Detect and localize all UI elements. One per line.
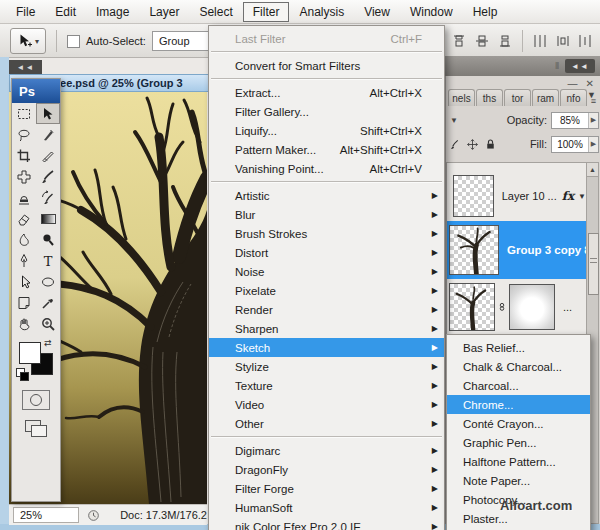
sketch-menu-item-charcoal[interactable]: Charcoal... [447,376,590,395]
eraser-tool[interactable] [12,208,36,229]
slice-tool[interactable] [36,145,60,166]
scroll-up-icon[interactable]: ▲ [587,163,598,177]
move-tool[interactable] [36,103,60,124]
panel-tab-ths[interactable]: ths [476,89,503,106]
pen-tool[interactable] [12,250,36,271]
filter-menu-item-other[interactable]: Other▶ [209,414,444,433]
panel-menu-icon[interactable]: ▼≡ [587,92,596,104]
swap-colors-icon[interactable]: ⇄ [44,338,52,348]
collapse-chevrons-icon[interactable]: ◄◄ [9,60,42,74]
layer-effects-caret-icon[interactable]: ▼ [578,192,586,201]
filter-menu-item-artistic[interactable]: Artistic▶ [209,186,444,205]
fill-slider-arrow-icon[interactable]: ▶ [588,137,598,152]
panel-tab-tor[interactable]: tor [504,89,531,106]
lasso-tool[interactable] [12,124,36,145]
filter-menu-item-extract[interactable]: Extract...Alt+Ctrl+X [209,83,444,102]
sketch-menu-item-cont-crayon[interactable]: Conté Crayon... [447,414,590,433]
layer-row-group3-copy8[interactable]: Group 3 copy 8 [447,221,586,279]
sketch-menu-item-note-paper[interactable]: Note Paper... [447,471,590,490]
distribute-left-edges-button[interactable] [530,31,550,51]
menubar-item-image[interactable]: Image [86,2,139,22]
menubar-item-layer[interactable]: Layer [139,2,189,22]
filter-menu-item-vanishing-point[interactable]: Vanishing Point...Alt+Ctrl+V [209,159,444,178]
filter-menu-item-filter-forge[interactable]: Filter Forge▶ [209,479,444,498]
shape-tool[interactable] [36,271,60,292]
screen-mode-button[interactable] [23,418,49,438]
layer-mask-thumbnail[interactable] [509,284,555,330]
filter-menu-item-dragonfly[interactable]: DragonFly▶ [209,460,444,479]
quick-mask-button[interactable] [22,390,50,410]
layer10-thumbnail[interactable] [453,175,494,217]
sketch-menu-item-chrome[interactable]: Chrome... [447,395,590,414]
panel-minimize-icon[interactable]: — [568,78,578,89]
panel-tab-nels[interactable]: nels [448,89,475,106]
history-brush-tool[interactable] [36,187,60,208]
type-tool[interactable]: T [36,250,60,271]
blend-mode-caret-icon[interactable]: ▼ [450,116,458,125]
menubar-item-view[interactable]: View [354,2,400,22]
lock-position-icon[interactable] [466,138,479,151]
filter-menu-item-noise[interactable]: Noise▶ [209,262,444,281]
masked-layer-thumbnail[interactable] [449,283,495,331]
foreground-color-swatch[interactable] [19,342,41,364]
sketch-menu-item-halftone-pattern[interactable]: Halftone Pattern... [447,452,590,471]
filter-menu-item-brush-strokes[interactable]: Brush Strokes▶ [209,224,444,243]
panel-tab-nfo[interactable]: nfo [560,89,587,106]
move-tool-preset-button[interactable]: ▾ [10,28,46,54]
layer-effects-fx-icon[interactable]: fx [562,189,574,203]
brush-tool[interactable] [36,166,60,187]
filter-menu-item-liquify[interactable]: Liquify...Shift+Ctrl+X [209,121,444,140]
filter-menu-item-texture[interactable]: Texture▶ [209,376,444,395]
auto-select-checkbox[interactable] [67,35,80,48]
menubar-item-window[interactable]: Window [400,2,463,22]
path-select-tool[interactable] [12,271,36,292]
filter-menu-item-sketch[interactable]: Sketch▶ [209,338,444,357]
filter-menu-item-digimarc[interactable]: Digimarc▶ [209,441,444,460]
filter-menu-item-filter-gallery[interactable]: Filter Gallery... [209,102,444,121]
layer-row-layer10[interactable]: Layer 10 ... fx ▼ [447,171,586,221]
menubar-item-analysis[interactable]: Analysis [289,2,354,22]
opacity-input[interactable]: 85% ▶ [551,112,599,129]
gradient-tool[interactable] [36,208,60,229]
menubar-item-file[interactable]: File [6,2,45,22]
rectangular-marquee-tool[interactable] [12,103,36,124]
lock-paint-icon[interactable] [448,138,461,151]
align-top-edges-button[interactable] [449,31,469,51]
quick-select-tool[interactable] [36,124,60,145]
hand-tool[interactable] [12,313,36,334]
crop-tool[interactable] [12,145,36,166]
healing-brush-tool[interactable] [12,166,36,187]
filter-menu-item-render[interactable]: Render▶ [209,300,444,319]
layer-row-masked[interactable]: ... [447,279,586,335]
sketch-menu-item-graphic-pen[interactable]: Graphic Pen... [447,433,590,452]
fill-input[interactable]: 100% ▶ [551,136,599,153]
zoom-level-input[interactable]: 25% [13,507,79,523]
filter-menu-item-nik-color-efex-pro-2-0-ie[interactable]: nik Color Efex Pro 2.0 IE▶ [209,517,444,530]
filter-menu-item-humansoft[interactable]: HumanSoft▶ [209,498,444,517]
clone-stamp-tool[interactable] [12,187,36,208]
align-bottom-edges-button[interactable] [495,31,515,51]
filter-menu-item-video[interactable]: Video▶ [209,395,444,414]
opacity-slider-arrow-icon[interactable]: ▶ [588,113,598,128]
notes-tool[interactable] [12,292,36,313]
panel-close-icon[interactable]: ✕ [586,78,594,89]
menubar-item-filter[interactable]: Filter [243,2,290,22]
menubar-item-help[interactable]: Help [463,2,508,22]
filter-menu-item-stylize[interactable]: Stylize▶ [209,357,444,376]
mask-link-icon[interactable] [497,300,507,314]
filter-menu-item-last-filter[interactable]: Last FilterCtrl+F [209,29,444,48]
distribute-right-edges-button[interactable] [576,31,596,51]
menubar-item-edit[interactable]: Edit [45,2,86,22]
group3-copy8-thumbnail[interactable] [449,225,499,275]
panel-tab-ram[interactable]: ram [532,89,559,106]
filter-menu-item-convert-for-smart-filters[interactable]: Convert for Smart Filters [209,56,444,75]
distribute-horizontal-centers-button[interactable] [553,31,573,51]
smudge-tool[interactable] [12,229,36,250]
filter-menu-item-pixelate[interactable]: Pixelate▶ [209,281,444,300]
sketch-menu-item-bas-relief[interactable]: Bas Relief... [447,338,590,357]
align-vertical-centers-button[interactable] [472,31,492,51]
lock-all-icon[interactable] [484,138,497,151]
dodge-tool[interactable] [36,229,60,250]
menubar-item-select[interactable]: Select [189,2,242,22]
scrollbar-thumb[interactable] [588,233,599,295]
